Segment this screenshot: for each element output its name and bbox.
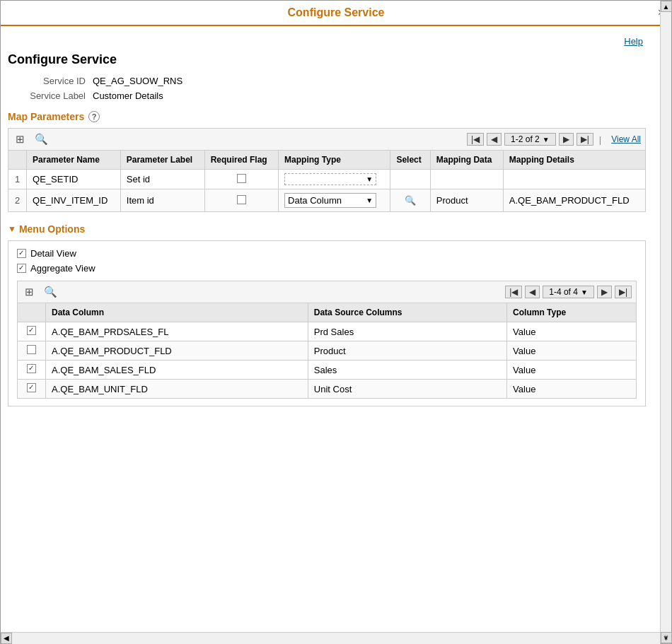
column-type-cell: Value <box>507 380 637 399</box>
inner-page-info: 1-4 of 4 ▼ <box>543 286 594 298</box>
inner-page-dropdown-arrow[interactable]: ▼ <box>581 288 588 296</box>
list-item: A.QE_BAM_PRODUCT_FLDProductValue <box>18 341 637 361</box>
table-header-row: Parameter Name Parameter Label Required … <box>8 151 646 170</box>
list-item: A.QE_BAM_SALES_FLDSalesValue <box>18 361 637 380</box>
menu-options-toggle[interactable]: ▼ Menu Options <box>8 223 646 235</box>
map-parameters-header: Map Parameters ? <box>8 111 646 122</box>
mapping-details-cell <box>503 170 645 189</box>
inner-grid-icon[interactable]: ⊞ <box>22 284 37 300</box>
data-column-cell: A.QE_BAM_PRODUCT_FLD <box>46 341 308 361</box>
page-title: Configure Service <box>8 52 646 67</box>
required-flag-checkbox[interactable] <box>237 195 246 204</box>
select-cell[interactable] <box>390 170 430 189</box>
service-label-value: Customer Details <box>93 90 163 101</box>
table-row: 1QE_SETIDSet id▼ <box>8 170 646 189</box>
page-dropdown-arrow[interactable]: ▼ <box>543 136 550 144</box>
menu-options-box: Detail View Aggregate View ⊞ 🔍 |◀ ◀ 1-4 … <box>8 240 646 406</box>
column-type-cell: Value <box>507 361 637 380</box>
row-checkbox-cell[interactable] <box>18 361 46 380</box>
inner-search-icon[interactable]: 🔍 <box>41 284 60 300</box>
row-checkbox[interactable] <box>27 364 36 373</box>
mapping-type-arrow: ▼ <box>366 197 373 204</box>
service-id-label: Service ID <box>8 76 93 86</box>
aggregate-view-checkbox[interactable] <box>17 264 26 273</box>
menu-options-label: Menu Options <box>19 223 85 235</box>
scroll-track <box>12 633 660 644</box>
data-source-cell: Sales <box>308 361 506 380</box>
mapping-data-cell: Product <box>430 189 503 212</box>
inner-next-page-button[interactable]: ▶ <box>597 286 612 298</box>
help-link[interactable]: Help <box>8 33 646 47</box>
mapping-type-cell[interactable]: Data Column▼ <box>279 189 390 212</box>
param-name-cell: QE_SETID <box>27 170 121 189</box>
view-all-link[interactable]: View All <box>611 134 641 144</box>
last-page-button[interactable]: ▶| <box>577 133 593 146</box>
menu-col-data-source: Data Source Columns <box>308 303 506 322</box>
inner-first-page-button[interactable]: |◀ <box>505 286 522 298</box>
service-id-value: QE_AG_SUOW_RNS <box>93 76 183 86</box>
aggregate-view-label: Aggregate View <box>30 263 95 274</box>
row-checkbox-cell[interactable] <box>18 341 46 361</box>
row-checkbox[interactable] <box>27 326 36 335</box>
map-parameters-toolbar: ⊞ 🔍 |◀ ◀ 1-2 of 2 ▼ ▶ ▶| | View All <box>8 128 646 150</box>
map-parameters-help-icon[interactable]: ? <box>88 111 100 122</box>
data-column-cell: A.QE_BAM_UNIT_FLD <box>46 380 308 399</box>
required-flag-cell[interactable] <box>204 170 278 189</box>
resize-handle[interactable]: ⠿ <box>660 632 671 643</box>
detail-view-row: Detail View <box>17 248 637 259</box>
menu-table-header-row: Data Column Data Source Columns Column T… <box>18 303 637 322</box>
aggregate-view-row: Aggregate View <box>17 263 637 274</box>
service-id-row: Service ID QE_AG_SUOW_RNS <box>8 76 646 86</box>
search-toolbar-icon[interactable]: 🔍 <box>32 131 51 147</box>
required-flag-cell[interactable] <box>204 189 278 212</box>
next-page-button[interactable]: ▶ <box>559 133 574 146</box>
prev-page-button[interactable]: ◀ <box>487 133 502 146</box>
data-source-cell: Unit Cost <box>308 380 506 399</box>
title-bar: Configure Service × <box>1 1 671 26</box>
row-number: 1 <box>8 170 27 189</box>
inner-last-page-button[interactable]: ▶| <box>615 286 632 298</box>
data-source-cell: Product <box>308 341 506 361</box>
map-parameters-label: Map Parameters <box>8 111 84 122</box>
menu-options-pagination: |◀ ◀ 1-4 of 4 ▼ ▶ ▶| <box>505 286 632 298</box>
column-type-cell: Value <box>507 322 637 341</box>
mapping-details-cell: A.QE_BAM_PRODUCT_FLD <box>503 189 645 212</box>
menu-col-checkbox <box>18 303 46 322</box>
select-cell[interactable]: 🔍 <box>390 189 430 212</box>
col-header-param-name: Parameter Name <box>27 151 121 170</box>
dialog-content: Help Configure Service Service ID QE_AG_… <box>1 26 660 632</box>
menu-options-table: Data Column Data Source Columns Column T… <box>17 303 637 399</box>
required-flag-checkbox[interactable] <box>237 174 246 183</box>
first-page-button[interactable]: |◀ <box>467 133 484 146</box>
col-header-mapping-type: Mapping Type <box>279 151 390 170</box>
table-row: 2QE_INV_ITEM_IDItem idData Column▼🔍Produ… <box>8 189 646 212</box>
detail-view-checkbox[interactable] <box>17 249 26 258</box>
menu-col-data-column: Data Column <box>46 303 308 322</box>
scroll-left-button[interactable]: ◀ <box>1 633 12 644</box>
column-type-cell: Value <box>507 341 637 361</box>
inner-prev-page-button[interactable]: ◀ <box>525 286 540 298</box>
row-checkbox[interactable] <box>27 345 36 354</box>
mapping-type-select[interactable]: ▼ <box>284 173 376 185</box>
grid-view-icon[interactable]: ⊞ <box>13 131 28 147</box>
list-item: A.QE_BAM_UNIT_FLDUnit CostValue <box>18 380 637 399</box>
param-label-cell: Set id <box>120 170 204 189</box>
row-checkbox[interactable] <box>27 383 36 392</box>
mapping-type-value: Data Column <box>288 195 342 206</box>
mapping-type-select[interactable]: Data Column▼ <box>284 193 376 208</box>
map-parameters-pagination: |◀ ◀ 1-2 of 2 ▼ ▶ ▶| | View All <box>467 133 641 146</box>
row-checkbox-cell[interactable] <box>18 380 46 399</box>
data-column-cell: A.QE_BAM_SALES_FLD <box>46 361 308 380</box>
page-info-text: 1-2 of 2 <box>511 134 540 144</box>
horizontal-scrollbar[interactable]: ◀ ▶ <box>1 632 671 643</box>
scroll-up-button[interactable]: ▲ <box>661 1 672 12</box>
configure-service-dialog: Configure Service × ▲ ▼ Help Configure S… <box>0 0 672 644</box>
vertical-scrollbar[interactable]: ▲ ▼ <box>660 1 671 643</box>
mapping-type-cell[interactable]: ▼ <box>279 170 390 189</box>
mapping-type-arrow: ▼ <box>366 175 373 183</box>
menu-col-column-type: Column Type <box>507 303 637 322</box>
row-checkbox-cell[interactable] <box>18 322 46 341</box>
select-search-icon[interactable]: 🔍 <box>405 195 416 206</box>
data-column-cell: A.QE_BAM_PRDSALES_FL <box>46 322 308 341</box>
data-source-cell: Prd Sales <box>308 322 506 341</box>
